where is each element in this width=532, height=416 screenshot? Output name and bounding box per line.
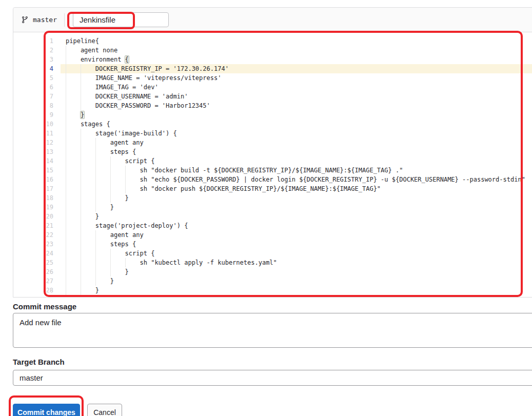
- indent-guide-line: [66, 129, 66, 138]
- code-line[interactable]: 17 sh "docker push ${DOCKER_REGISTRY_IP}…: [13, 184, 532, 193]
- line-number[interactable]: 10: [13, 120, 53, 129]
- line-content[interactable]: agent none: [61, 46, 532, 55]
- line-content[interactable]: script {: [61, 156, 532, 166]
- line-number[interactable]: 5: [13, 73, 53, 83]
- line-content[interactable]: stages {: [61, 120, 532, 129]
- line-number[interactable]: 11: [13, 129, 53, 138]
- line-number[interactable]: 8: [13, 101, 53, 110]
- line-number[interactable]: 12: [13, 138, 53, 147]
- line-content[interactable]: script {: [61, 249, 532, 258]
- filename-input[interactable]: [73, 12, 169, 27]
- line-number[interactable]: 1: [13, 36, 53, 46]
- commit-message-textarea[interactable]: Add new file: [13, 313, 532, 348]
- line-number[interactable]: 4: [13, 64, 53, 73]
- line-content[interactable]: agent any: [61, 138, 532, 147]
- line-number[interactable]: 6: [13, 83, 53, 92]
- line-number[interactable]: 28: [13, 286, 53, 295]
- line-number[interactable]: 9: [13, 110, 53, 120]
- code-line[interactable]: 2 agent none: [13, 46, 532, 55]
- line-content[interactable]: DOCKER_USERNAME = 'admin': [61, 92, 532, 101]
- code-line[interactable]: 10 stages {: [13, 120, 532, 129]
- line-number[interactable]: 14: [13, 156, 53, 166]
- commit-changes-button[interactable]: Commit changes: [13, 404, 80, 416]
- line-content[interactable]: }: [61, 267, 532, 276]
- indent-guide-line: [66, 55, 66, 64]
- line-content[interactable]: }: [61, 203, 532, 212]
- line-number[interactable]: 27: [13, 276, 53, 286]
- line-content[interactable]: DOCKER_PASSWORD = 'Harbor12345': [61, 101, 532, 110]
- code-line[interactable]: 14 script {: [13, 156, 532, 166]
- code-line[interactable]: 3 environment {: [13, 55, 532, 64]
- code-line[interactable]: 26 }: [13, 267, 532, 276]
- indent-guide-line: [66, 110, 66, 120]
- code-line[interactable]: 27 }: [13, 276, 532, 286]
- code-line[interactable]: 9 }: [13, 110, 532, 120]
- line-content[interactable]: IMAGE_NAME = 'vitepress/vitepress': [61, 73, 532, 83]
- code-line[interactable]: 6 IMAGE_TAG = 'dev': [13, 83, 532, 92]
- line-content[interactable]: agent any: [61, 230, 532, 240]
- line-content[interactable]: steps {: [61, 147, 532, 156]
- line-content[interactable]: }: [61, 276, 532, 286]
- line-content[interactable]: IMAGE_TAG = 'dev': [61, 83, 532, 92]
- code-line[interactable]: 23 steps {: [13, 240, 532, 249]
- code-line[interactable]: 24 script {: [13, 249, 532, 258]
- line-number[interactable]: 16: [13, 175, 53, 184]
- code-line[interactable]: 12 agent any: [13, 138, 532, 147]
- line-number[interactable]: 26: [13, 267, 53, 276]
- indent-guide-line: [95, 230, 96, 240]
- target-branch-input[interactable]: [13, 370, 532, 386]
- line-number[interactable]: 21: [13, 221, 53, 230]
- code-line[interactable]: 4 DOCKER_REGISTRY_IP = '172.30.26.174': [13, 64, 532, 73]
- line-number[interactable]: 7: [13, 92, 53, 101]
- line-content[interactable]: sh "docker build -t ${DOCKER_REGISTRY_IP…: [61, 166, 532, 175]
- code-line[interactable]: 13 steps {: [13, 147, 532, 156]
- code-line[interactable]: 11 stage('image-build') {: [13, 129, 532, 138]
- line-number[interactable]: 13: [13, 147, 53, 156]
- line-number[interactable]: 22: [13, 230, 53, 240]
- code-line[interactable]: 8 DOCKER_PASSWORD = 'Harbor12345': [13, 101, 532, 110]
- header-divider: [64, 13, 65, 27]
- indent-guide-line: [66, 230, 66, 240]
- line-number[interactable]: 3: [13, 55, 53, 64]
- code-line[interactable]: 15 sh "docker build -t ${DOCKER_REGISTRY…: [13, 166, 532, 175]
- code-line[interactable]: 28 }: [13, 286, 532, 295]
- line-content[interactable]: steps {: [61, 240, 532, 249]
- line-number[interactable]: 17: [13, 184, 53, 193]
- code-line[interactable]: 20 }: [13, 212, 532, 221]
- line-content[interactable]: }: [61, 110, 532, 120]
- line-number[interactable]: 20: [13, 212, 53, 221]
- cancel-button[interactable]: Cancel: [87, 404, 122, 416]
- code-line[interactable]: 5 IMAGE_NAME = 'vitepress/vitepress': [13, 73, 532, 83]
- line-number[interactable]: 2: [13, 46, 53, 55]
- line-content[interactable]: stage('image-build') {: [61, 129, 532, 138]
- indent-guide-line: [95, 147, 96, 156]
- code-line[interactable]: 21 stage('project-deploy') {: [13, 221, 532, 230]
- code-line[interactable]: 18 }: [13, 193, 532, 203]
- indent-guide-line: [110, 166, 111, 175]
- line-number[interactable]: 24: [13, 249, 53, 258]
- code-line[interactable]: 16 sh "echo ${DOCKER_PASSWORD} | docker …: [13, 175, 532, 184]
- line-content[interactable]: DOCKER_REGISTRY_IP = '172.30.26.174': [61, 64, 532, 73]
- code-line[interactable]: 25 sh "kubectl apply -f kubernetes.yaml": [13, 258, 532, 267]
- line-content[interactable]: sh "docker push ${DOCKER_REGISTRY_IP}/${…: [61, 184, 532, 193]
- line-content[interactable]: }: [61, 193, 532, 203]
- indent-guide-line: [66, 46, 66, 55]
- indent-guide-line: [81, 286, 81, 295]
- line-content[interactable]: environment {: [61, 55, 532, 64]
- line-content[interactable]: sh "kubectl apply -f kubernetes.yaml": [61, 258, 532, 267]
- line-number[interactable]: 15: [13, 166, 53, 175]
- line-number[interactable]: 19: [13, 203, 53, 212]
- line-content[interactable]: stage('project-deploy') {: [61, 221, 532, 230]
- line-number[interactable]: 23: [13, 240, 53, 249]
- line-content[interactable]: pipeline{: [61, 36, 532, 46]
- code-line[interactable]: 7 DOCKER_USERNAME = 'admin': [13, 92, 532, 101]
- line-content[interactable]: sh "echo ${DOCKER_PASSWORD} | docker log…: [61, 175, 532, 184]
- line-number[interactable]: 18: [13, 193, 53, 203]
- line-content[interactable]: }: [61, 286, 532, 295]
- line-number[interactable]: 25: [13, 258, 53, 267]
- line-content[interactable]: }: [61, 212, 532, 221]
- code-line[interactable]: 1pipeline{: [13, 36, 532, 46]
- code-line[interactable]: 22 agent any: [13, 230, 532, 240]
- code-editor[interactable]: 1pipeline{2 agent none3 environment {4 D…: [13, 32, 532, 297]
- code-line[interactable]: 19 }: [13, 203, 532, 212]
